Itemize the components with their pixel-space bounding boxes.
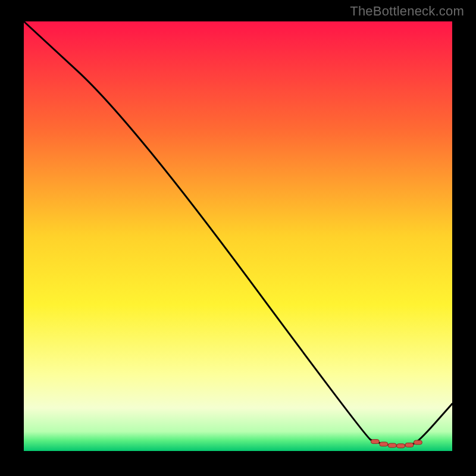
chart-svg <box>24 21 452 451</box>
chart-marker <box>371 440 379 444</box>
attribution-text: TheBottleneck.com <box>350 4 464 19</box>
chart-plot-area <box>24 21 452 451</box>
chart-background <box>24 21 452 451</box>
chart-marker <box>380 442 388 446</box>
chart-marker <box>397 444 405 448</box>
chart-marker <box>414 440 422 444</box>
chart-frame: TheBottleneck.com <box>0 0 476 476</box>
chart-marker <box>388 443 396 447</box>
chart-marker <box>405 443 414 447</box>
